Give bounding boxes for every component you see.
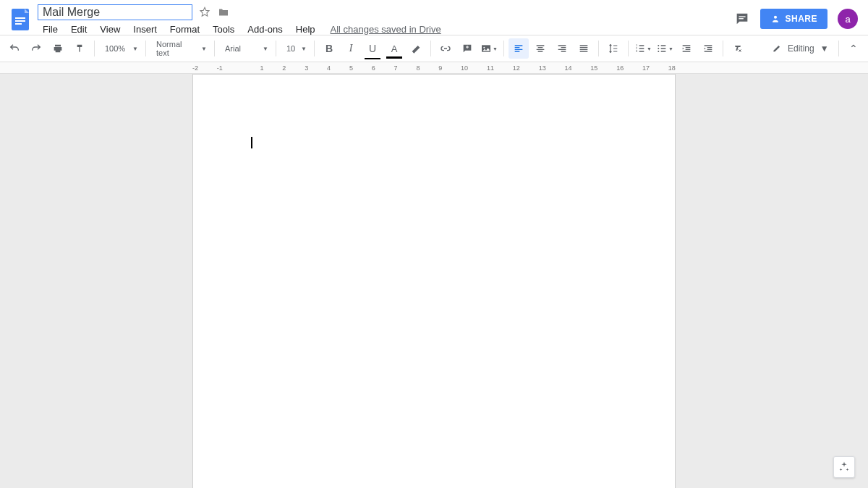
dropdown-arrow-icon: ▼ xyxy=(132,46,138,52)
comments-icon[interactable] xyxy=(734,11,750,27)
align-left-icon[interactable] xyxy=(509,38,529,59)
ruler-tick: 1 xyxy=(260,64,264,72)
insert-comment-icon[interactable] xyxy=(457,38,477,59)
line-spacing-icon[interactable] xyxy=(603,38,624,59)
svg-rect-1 xyxy=(15,17,25,19)
ruler-tick: -1 xyxy=(217,64,223,72)
editor-canvas xyxy=(0,74,868,488)
underline-icon[interactable]: U xyxy=(362,38,383,59)
svg-point-13 xyxy=(658,48,659,49)
menu-file[interactable]: File xyxy=(38,22,63,36)
editing-mode-select[interactable]: Editing ▼ xyxy=(772,43,834,54)
svg-point-6 xyxy=(774,16,777,19)
ruler-tick: 3 xyxy=(305,64,308,72)
ruler-tick: 14 xyxy=(564,64,571,72)
menu-help[interactable]: Help xyxy=(291,22,320,36)
text-color-icon[interactable]: A xyxy=(384,38,404,59)
dropdown-arrow-icon: ▼ xyxy=(820,43,829,54)
text-cursor xyxy=(251,137,252,148)
ruler-tick: 7 xyxy=(394,64,398,72)
title-area: File Edit View Insert Format Tools Add-o… xyxy=(38,4,734,38)
paint-format-icon[interactable] xyxy=(69,38,90,59)
ruler-tick: 9 xyxy=(438,64,442,72)
svg-point-8 xyxy=(483,47,485,49)
increase-indent-icon[interactable] xyxy=(698,38,718,59)
document-page[interactable] xyxy=(192,74,676,488)
avatar[interactable]: a xyxy=(838,9,858,29)
menu-edit[interactable]: Edit xyxy=(66,22,92,36)
pencil-icon xyxy=(772,43,782,54)
insert-image-icon[interactable]: ▼ xyxy=(479,38,499,59)
svg-text:3: 3 xyxy=(636,49,638,53)
save-status[interactable]: All changes saved in Drive xyxy=(331,24,441,35)
ruler-tick: -2 xyxy=(192,64,198,72)
ruler-tick: 12 xyxy=(513,64,520,72)
svg-rect-3 xyxy=(15,23,22,25)
collapse-toolbar-icon[interactable]: ⌃ xyxy=(843,43,864,54)
folder-icon[interactable] xyxy=(217,6,230,19)
menu-view[interactable]: View xyxy=(95,22,125,36)
dropdown-arrow-icon: ▼ xyxy=(263,46,268,52)
ruler-tick: 6 xyxy=(372,64,375,72)
menu-insert[interactable]: Insert xyxy=(128,22,162,36)
ruler-tick: 11 xyxy=(487,64,494,72)
font-select[interactable]: Arial▼ xyxy=(219,38,271,59)
ruler-tick: 10 xyxy=(461,64,468,72)
ruler-tick: 8 xyxy=(416,64,420,72)
explore-icon xyxy=(838,460,851,474)
toolbar: 100%▼ Normal text▼ Arial▼ 10▼ B I U A ▼ … xyxy=(0,35,868,62)
bulleted-list-icon[interactable]: ▼ xyxy=(655,38,675,59)
align-justify-icon[interactable] xyxy=(574,38,594,59)
ruler-tick: 2 xyxy=(282,64,286,72)
align-center-icon[interactable] xyxy=(530,38,550,59)
menu-tools[interactable]: Tools xyxy=(208,22,239,36)
svg-rect-4 xyxy=(739,16,746,17)
print-icon[interactable] xyxy=(48,38,68,59)
ruler-tick: 13 xyxy=(539,64,546,72)
header-right: SHARE a xyxy=(734,9,858,29)
docs-logo-icon[interactable] xyxy=(7,6,33,32)
ruler-tick: 5 xyxy=(349,64,353,72)
italic-icon[interactable]: I xyxy=(341,38,361,59)
insert-link-icon[interactable] xyxy=(435,38,456,59)
ruler-tick: 18 xyxy=(668,64,676,72)
numbered-list-icon[interactable]: 123▼ xyxy=(633,38,653,59)
bold-icon[interactable]: B xyxy=(319,38,339,59)
star-icon[interactable] xyxy=(198,6,211,19)
clear-formatting-icon[interactable] xyxy=(728,38,748,59)
dropdown-arrow-icon: ▼ xyxy=(301,46,307,52)
horizontal-ruler[interactable]: -2-1123456789101112131415161718 xyxy=(0,62,868,74)
share-button[interactable]: SHARE xyxy=(760,9,827,29)
ruler-tick: 4 xyxy=(327,64,331,72)
highlight-color-icon[interactable] xyxy=(406,38,426,59)
svg-point-12 xyxy=(658,45,659,46)
undo-icon[interactable] xyxy=(4,38,25,59)
app-header: File Edit View Insert Format Tools Add-o… xyxy=(0,0,868,35)
person-add-icon xyxy=(770,14,780,24)
menu-addons[interactable]: Add-ons xyxy=(242,22,287,36)
svg-rect-5 xyxy=(739,18,744,19)
share-label: SHARE xyxy=(785,14,817,24)
ruler-tick: 15 xyxy=(590,64,597,72)
explore-button[interactable] xyxy=(833,456,855,478)
document-title-input[interactable] xyxy=(38,4,192,20)
menu-bar: File Edit View Insert Format Tools Add-o… xyxy=(38,20,734,38)
decrease-indent-icon[interactable] xyxy=(676,38,697,59)
zoom-select[interactable]: 100%▼ xyxy=(99,38,141,59)
redo-icon[interactable] xyxy=(26,38,46,59)
ruler-tick: 17 xyxy=(642,64,650,72)
svg-rect-2 xyxy=(15,20,25,22)
dropdown-arrow-icon: ▼ xyxy=(201,46,207,52)
font-size-select[interactable]: 10▼ xyxy=(281,38,310,59)
ruler-tick: 16 xyxy=(616,64,624,72)
menu-format[interactable]: Format xyxy=(165,22,205,36)
align-right-icon[interactable] xyxy=(552,38,572,59)
paragraph-style-select[interactable]: Normal text▼ xyxy=(150,38,210,59)
svg-point-14 xyxy=(658,51,659,52)
